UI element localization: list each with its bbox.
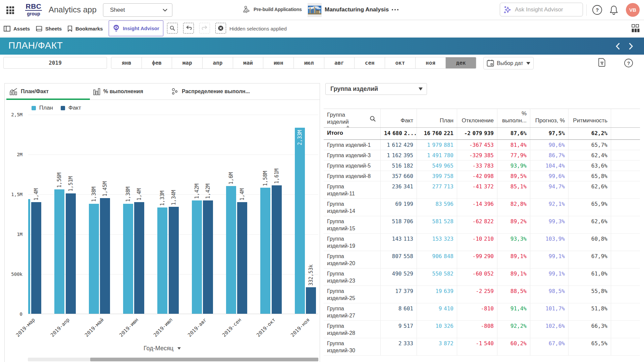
deviation-cell[interactable]: -60 052 xyxy=(457,268,497,286)
forecast-cell[interactable]: 92,1% xyxy=(530,199,569,216)
plan-cell[interactable]: 581 528 xyxy=(417,216,457,233)
rhythm-cell[interactable]: 66,3% xyxy=(569,321,611,338)
user-avatar[interactable]: VB xyxy=(626,3,640,17)
rhythm-cell[interactable]: 55,8% xyxy=(569,286,611,303)
bookmarks-button[interactable]: Bookmarks xyxy=(67,20,103,37)
completion-cell[interactable]: 88,5% xyxy=(497,286,530,303)
rhythm-cell[interactable]: 63,6% xyxy=(569,161,611,171)
deviation-cell[interactable]: -2 259 xyxy=(457,286,497,303)
bar-fact-2019-окт[interactable] xyxy=(272,185,282,314)
column-header-3[interactable]: Отклонение xyxy=(457,109,497,127)
deviation-cell[interactable]: -1 540 xyxy=(457,338,497,355)
row-label-cell[interactable]: Группа изделий-20 xyxy=(324,251,381,268)
row-label-cell[interactable]: Группа изделий-3 xyxy=(324,150,381,160)
forecast-cell[interactable]: 102,6% xyxy=(530,321,569,338)
row-label-cell[interactable]: Группа изделий-5 xyxy=(324,161,381,171)
app-name[interactable]: Manufacturing Analysis xyxy=(325,6,389,13)
deviation-cell[interactable]: -99 290 xyxy=(457,251,497,268)
bar-fact-2019-мар[interactable] xyxy=(31,202,41,314)
month-filter-фев[interactable]: фев xyxy=(142,57,172,68)
forecast-cell[interactable]: 90,6% xyxy=(530,140,569,150)
prebuild-applications-button[interactable]: Pre-build Applications xyxy=(243,6,302,13)
undo-selection-icon[interactable] xyxy=(183,23,194,34)
clear-selection-icon[interactable] xyxy=(215,23,226,34)
row-label-cell[interactable]: Группа изделий-8 xyxy=(324,171,381,181)
row-label-cell[interactable]: Группа изделий-11 xyxy=(324,181,381,198)
rhythm-cell[interactable]: 62,6% xyxy=(569,216,611,233)
completion-cell[interactable]: 60,2% xyxy=(497,338,530,355)
bar-plan-2019-авг[interactable] xyxy=(192,200,202,314)
prev-sheet-button[interactable] xyxy=(613,42,622,51)
plan-cell[interactable]: 906 848 xyxy=(417,251,457,268)
bar-plan-2019-мар[interactable] xyxy=(28,199,30,314)
plan-cell[interactable]: 277 713 xyxy=(417,181,457,198)
scrollbar-thumb[interactable] xyxy=(90,358,318,361)
plan-cell[interactable]: 16 760 221 xyxy=(417,128,457,139)
row-label-cell[interactable]: Группа изделий-27 xyxy=(324,303,381,320)
month-filter-июн[interactable]: июн xyxy=(263,57,294,68)
completion-cell[interactable]: 81,4% xyxy=(497,140,530,150)
month-filter-май[interactable]: май xyxy=(233,57,264,68)
app-grid-icon[interactable] xyxy=(6,6,14,14)
fact-cell[interactable]: 236 341 xyxy=(381,181,417,198)
assets-button[interactable]: Assets xyxy=(4,20,30,37)
completion-cell[interactable]: 93,9% xyxy=(497,161,530,171)
completion-cell[interactable]: 85,1% xyxy=(497,181,530,198)
dimension-selector-dropdown[interactable]: Группа изделий xyxy=(325,83,427,95)
bar-plan-2019-июн[interactable] xyxy=(123,204,133,314)
fact-cell[interactable]: 1 612 429 xyxy=(381,140,417,150)
row-label-cell[interactable]: Группа изделий-14 xyxy=(324,199,381,216)
bar-fact-2019-авг[interactable] xyxy=(203,200,213,314)
row-label-cell[interactable]: Группа изделий-19 xyxy=(324,234,381,251)
forecast-cell[interactable]: 99,1% xyxy=(530,251,569,268)
bar-plan-2019-ноя[interactable] xyxy=(295,128,305,314)
deviation-cell[interactable]: -808 xyxy=(457,321,497,338)
column-header-5[interactable]: Прогноз, % xyxy=(530,109,569,127)
tab-completion-pct[interactable]: % выполнения xyxy=(90,83,168,100)
column-header-6[interactable]: Ритмичность xyxy=(569,109,611,127)
month-filter-июл[interactable]: июл xyxy=(294,57,324,68)
row-label-cell[interactable]: Группа изделий-25 xyxy=(324,286,381,303)
row-label-cell[interactable]: Группа изделий-15 xyxy=(324,216,381,233)
rhythm-cell[interactable]: 65,5% xyxy=(569,338,611,355)
rhythm-cell[interactable]: 62,2% xyxy=(569,128,611,139)
forecast-cell[interactable]: 67,0% xyxy=(530,338,569,355)
fact-cell[interactable]: 17 379 xyxy=(381,286,417,303)
rbc-group-logo[interactable]: RBC group xyxy=(25,3,42,16)
completion-cell[interactable]: 87,6% xyxy=(497,128,530,139)
search-icon[interactable] xyxy=(370,116,376,124)
deviation-cell[interactable]: -62 822 xyxy=(457,216,497,233)
forecast-cell[interactable]: 101,7% xyxy=(530,303,569,320)
fact-cell[interactable]: 9 517 xyxy=(381,321,417,338)
deviation-cell[interactable]: -10 210 xyxy=(457,234,497,251)
insight-advisor-button[interactable]: Insight Advisor xyxy=(109,20,163,36)
month-filter-окт[interactable]: окт xyxy=(385,57,416,68)
column-header-2[interactable]: План xyxy=(417,109,457,127)
forecast-cell[interactable]: 86,7% xyxy=(530,150,569,160)
row-label-cell[interactable]: Группа изделий-1 xyxy=(324,140,381,150)
bar-plan-2019-окт[interactable] xyxy=(260,188,270,314)
month-filter-дек[interactable]: дек xyxy=(446,57,476,68)
search-selection-icon[interactable] xyxy=(167,23,178,34)
bar-fact-2019-май[interactable] xyxy=(100,198,110,314)
help-icon[interactable]: ? xyxy=(592,5,602,16)
rhythm-cell[interactable]: 65,8% xyxy=(569,171,611,181)
deviation-cell[interactable]: -810 xyxy=(457,303,497,320)
forecast-cell[interactable]: 97,5% xyxy=(530,128,569,139)
rhythm-cell[interactable]: 51,8% xyxy=(569,303,611,320)
completion-cell[interactable]: 92,2% xyxy=(497,321,530,338)
fact-cell[interactable]: 516 182 xyxy=(381,161,417,171)
deviation-cell[interactable]: -329 385 xyxy=(457,150,497,160)
insight-advisor-search[interactable]: Ask Insight Advisor xyxy=(500,3,583,16)
completion-cell[interactable]: 93,3% xyxy=(497,234,530,251)
plan-cell[interactable]: 153 323 xyxy=(417,234,457,251)
fact-cell[interactable]: 1 162 395 xyxy=(381,150,417,160)
completion-cell[interactable]: 89,5% xyxy=(497,171,530,181)
sheet-grid-icon[interactable] xyxy=(632,24,640,34)
completion-cell[interactable]: 89,1% xyxy=(497,268,530,286)
bar-plan-2019-июл[interactable] xyxy=(157,207,167,314)
forecast-cell[interactable]: 104,4% xyxy=(530,161,569,171)
deviation-cell[interactable]: -14 396 xyxy=(457,199,497,216)
fact-cell[interactable]: 69 199 xyxy=(381,199,417,216)
deviation-cell[interactable]: -2 079 939 xyxy=(457,128,497,139)
